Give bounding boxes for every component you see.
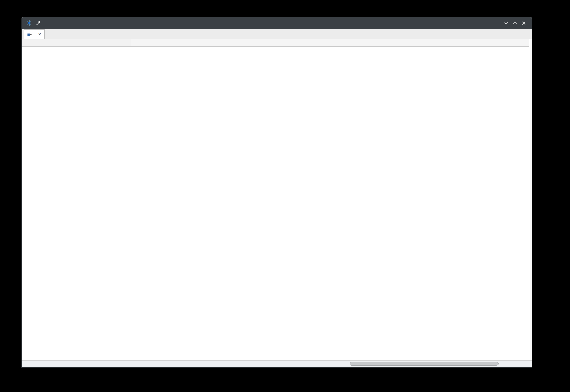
- screen-background: ✕: [0, 0, 570, 392]
- view-content: [22, 39, 532, 367]
- app-starburst-icon: [26, 19, 33, 27]
- table-header: [22, 39, 131, 47]
- vertical-scrollbar[interactable]: [530, 39, 532, 361]
- time-ruler[interactable]: [131, 39, 529, 47]
- tab-control-flow[interactable]: ✕: [24, 29, 45, 39]
- time-graph-chart[interactable]: [131, 47, 530, 359]
- pin-icon[interactable]: [36, 20, 41, 26]
- window-titlebar[interactable]: [22, 17, 532, 29]
- tab-strip: ✕: [22, 29, 532, 39]
- tab-close-icon[interactable]: ✕: [38, 32, 41, 37]
- horizontal-scrollbar[interactable]: [22, 360, 532, 367]
- window-maximize-button[interactable]: [512, 20, 518, 26]
- horizontal-scrollbar-thumb[interactable]: [350, 362, 499, 366]
- trace-compass-window: ✕: [21, 17, 532, 368]
- control-flow-icon: [27, 32, 32, 37]
- window-close-button[interactable]: [521, 20, 527, 26]
- window-shade-button[interactable]: [503, 20, 509, 26]
